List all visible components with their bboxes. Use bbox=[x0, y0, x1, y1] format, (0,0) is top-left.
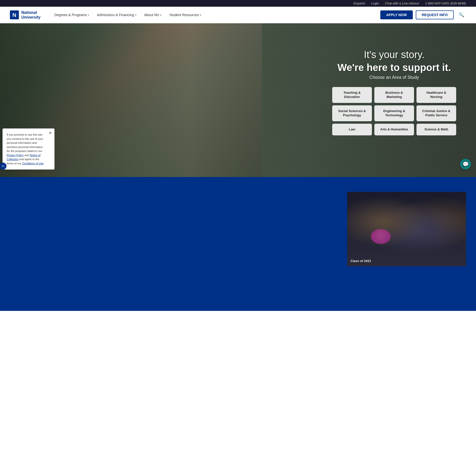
search-icon: 🔍 bbox=[459, 12, 464, 17]
area-healthcare[interactable]: Healthcare &Nursing bbox=[416, 87, 456, 103]
cookie-close-button[interactable]: ✕ bbox=[49, 131, 52, 135]
main-nav: Degrees & Programs ▾ Admissions & Financ… bbox=[50, 11, 380, 19]
login-link[interactable]: Login bbox=[371, 1, 379, 5]
conditions-link[interactable]: Conditions of Use bbox=[22, 162, 44, 165]
espanol-link[interactable]: Español bbox=[354, 1, 365, 5]
logo-icon: N bbox=[10, 10, 19, 19]
hero-content: It's your story. We're here to support i… bbox=[332, 48, 456, 135]
nav-admissions[interactable]: Admissions & Financing ▾ bbox=[93, 11, 140, 19]
nav-about[interactable]: About NU ▾ bbox=[140, 11, 166, 19]
area-engineering[interactable]: Engineering &Technology bbox=[374, 105, 414, 121]
grad-photo-bg bbox=[347, 192, 466, 266]
search-button[interactable]: 🔍 bbox=[457, 11, 466, 19]
chevron-down-icon: ▾ bbox=[135, 14, 136, 16]
bottom-section bbox=[0, 281, 476, 311]
nav-degrees[interactable]: Degrees & Programs ▾ bbox=[50, 11, 93, 19]
nav-student-resources[interactable]: Student Resources ▾ bbox=[165, 11, 205, 19]
area-of-study-grid: Teaching &Education Business &Marketing … bbox=[332, 87, 456, 135]
hero-title: It's your story. We're here to support i… bbox=[332, 48, 456, 74]
area-science[interactable]: Science & Math bbox=[416, 124, 456, 135]
blue-left-content bbox=[10, 192, 332, 202]
chat-link[interactable]: Chat with a Live Advisor bbox=[385, 1, 419, 5]
logo[interactable]: N National University bbox=[10, 10, 40, 20]
header-actions: APPLY NOW REQUEST INFO 🔍 bbox=[380, 10, 466, 19]
hero-section: It's your story. We're here to support i… bbox=[0, 23, 476, 177]
request-info-button[interactable]: REQUEST INFO bbox=[416, 10, 454, 19]
graduation-photo: Class of 2021 bbox=[347, 192, 466, 266]
area-teaching[interactable]: Teaching &Education bbox=[332, 87, 372, 103]
blue-section: Class of 2021 bbox=[0, 177, 476, 281]
area-law[interactable]: Law bbox=[332, 124, 372, 135]
area-business[interactable]: Business &Marketing bbox=[374, 87, 414, 103]
grad-lei bbox=[371, 229, 391, 244]
accessibility-icon: ♾ bbox=[1, 164, 5, 168]
chat-icon: 💬 bbox=[463, 161, 469, 167]
area-criminal-justice[interactable]: Criminal Justice &Public Service bbox=[416, 105, 456, 121]
chevron-down-icon: ▾ bbox=[88, 14, 89, 16]
cookie-banner: If you proceed to use this site, you con… bbox=[2, 128, 55, 170]
privacy-policy-link[interactable]: Privacy Policy bbox=[7, 154, 24, 157]
header: N National University Degrees & Programs… bbox=[0, 7, 476, 23]
area-arts[interactable]: Arts & Humanities bbox=[374, 124, 414, 135]
hero-subtitle: Choose an Area of Study bbox=[332, 75, 456, 80]
cookie-text: If you proceed to use this site, you con… bbox=[7, 133, 44, 165]
graduation-photo-area: Class of 2021 bbox=[347, 192, 466, 266]
grad-caption: Class of 2021 bbox=[351, 259, 371, 263]
apply-button[interactable]: APPLY NOW bbox=[380, 10, 413, 19]
logo-text: National University bbox=[21, 10, 40, 20]
chevron-down-icon: ▾ bbox=[200, 14, 201, 16]
chevron-down-icon: ▾ bbox=[160, 14, 161, 16]
top-bar: Español Login Chat with a Live Advisor 1… bbox=[0, 0, 476, 7]
svg-text:N: N bbox=[12, 12, 16, 18]
area-social-sciences[interactable]: Social Sciences &Psychology bbox=[332, 105, 372, 121]
phone-number: 1-800-NAT-UNIV (628-8648) bbox=[425, 1, 466, 5]
